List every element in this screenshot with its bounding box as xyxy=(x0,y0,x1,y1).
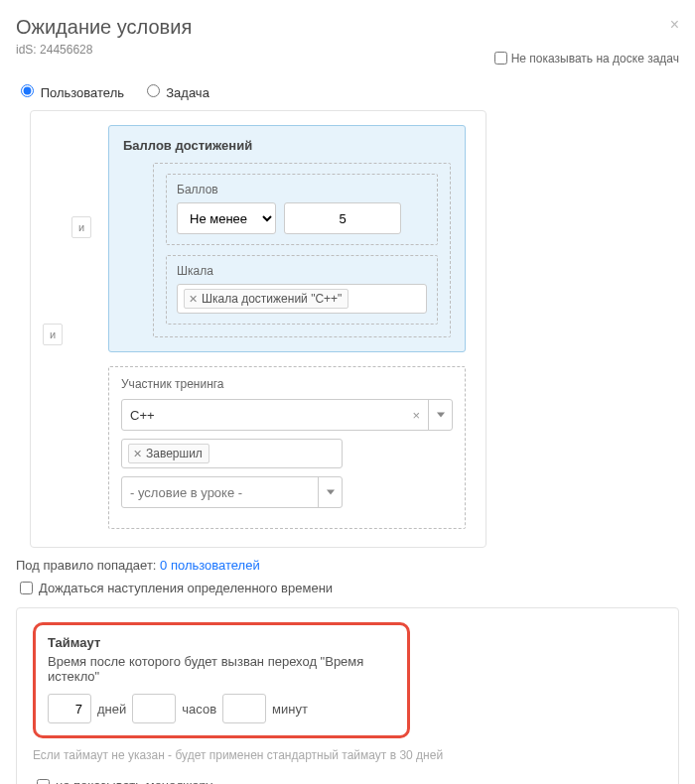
training-title: Участник тренинга xyxy=(121,377,453,391)
rules-container: и и Баллов достижений Баллов Не менее xyxy=(30,110,486,548)
timeout-hours-input[interactable] xyxy=(132,694,176,723)
points-condition: Баллов Не менее xyxy=(166,174,438,245)
radio-user-input[interactable] xyxy=(21,84,34,97)
scale-tag: ✕ Шкала достижений "C++" xyxy=(184,289,348,309)
rule-match-count: Под правило попадает: 0 пользователей xyxy=(16,558,679,573)
achievement-title: Баллов достижений xyxy=(123,138,451,153)
timeout-days-input[interactable] xyxy=(48,694,91,723)
timeout-hint: Если таймаут не указан - будет применен … xyxy=(33,748,662,762)
chevron-down-icon[interactable] xyxy=(428,400,452,430)
lesson-condition-select[interactable]: - условие в уроке - xyxy=(121,476,343,508)
timeout-minutes-input[interactable] xyxy=(222,694,266,723)
training-course-select[interactable]: C++ × xyxy=(121,399,453,431)
hours-label: часов xyxy=(182,702,216,717)
remove-tag-icon[interactable]: ✕ xyxy=(189,293,198,306)
radio-task[interactable]: Задача xyxy=(142,85,209,100)
points-label: Баллов xyxy=(177,183,427,196)
training-status-input[interactable]: ✕ Завершил xyxy=(121,439,343,468)
radio-task-input[interactable] xyxy=(147,84,160,97)
hide-manager-checkbox[interactable] xyxy=(37,779,50,784)
training-participant-block: Участник тренинга C++ × ✕ Завершил - усл… xyxy=(108,366,466,529)
close-icon[interactable]: × xyxy=(670,16,679,34)
timeout-description: Время после которого будет вызван перехо… xyxy=(48,654,395,684)
compare-select[interactable]: Не менее xyxy=(177,202,276,234)
and-connector[interactable]: и xyxy=(43,324,63,345)
and-connector[interactable]: и xyxy=(71,216,91,238)
achievement-points-block: и Баллов достижений Баллов Не менее xyxy=(108,125,466,352)
days-label: дней xyxy=(97,702,126,717)
achievement-conditions-group: Баллов Не менее Шкала xyxy=(153,163,451,337)
timeout-panel: Таймаут Время после которого будет вызва… xyxy=(16,607,679,784)
remove-tag-icon[interactable]: ✕ xyxy=(133,448,142,460)
hide-manager-row[interactable]: не показывать менеджеру xyxy=(33,776,662,784)
wait-time-checkbox-row[interactable]: Дождаться наступления определенного врем… xyxy=(16,579,679,597)
timeout-title: Таймаут xyxy=(48,635,395,650)
points-input[interactable] xyxy=(284,202,401,234)
hide-on-board-label: Не показывать на доске задач xyxy=(511,52,679,65)
minutes-label: минут xyxy=(272,702,308,717)
hide-on-board-checkbox[interactable] xyxy=(494,52,507,65)
chevron-down-icon[interactable] xyxy=(318,477,342,507)
scale-label: Шкала xyxy=(177,264,427,278)
modal-title: Ожидание условия xyxy=(16,16,192,39)
scale-tag-input[interactable]: ✕ Шкала достижений "C++" xyxy=(177,284,427,314)
rule-count-link[interactable]: 0 пользователей xyxy=(160,558,260,573)
status-tag: ✕ Завершил xyxy=(128,444,209,463)
scale-condition: Шкала ✕ Шкала достижений "C++" xyxy=(166,255,438,325)
wait-time-checkbox[interactable] xyxy=(20,582,33,594)
timeout-highlight-box: Таймаут Время после которого будет вызва… xyxy=(33,622,410,738)
clear-icon[interactable]: × xyxy=(404,408,428,423)
radio-user[interactable]: Пользователь xyxy=(16,85,128,100)
